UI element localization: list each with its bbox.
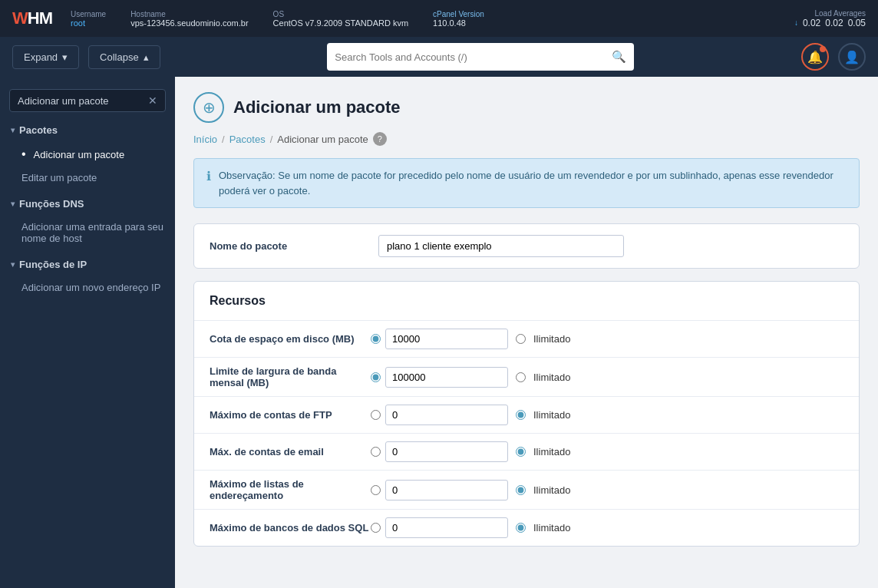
radio-specific-4 xyxy=(371,480,508,500)
resource-row: Limite de largura de banda mensal (MB) I… xyxy=(194,358,859,397)
os-value: CentOS v7.9.2009 STANDARD kvm xyxy=(273,18,408,28)
radio-unlimited-input-1[interactable] xyxy=(516,372,526,382)
pacotes-section-label: Pacotes xyxy=(19,124,58,136)
breadcrumb: Início / Pacotes / Adicionar um pacote ? xyxy=(193,132,860,146)
radio-specific-input-2[interactable] xyxy=(371,410,381,420)
radio-specific-1 xyxy=(371,367,508,388)
resource-controls-3: Ilimitado xyxy=(371,441,570,462)
unlimited-label-4: Ilimitado xyxy=(533,484,570,496)
search-container: 🔍 xyxy=(170,43,792,71)
resource-label-5: Máximo de bancos de dados SQL xyxy=(210,522,371,533)
resource-row: Máximo de contas de FTP Ilimitado xyxy=(194,397,859,434)
resource-label-2: Máximo de contas de FTP xyxy=(210,409,371,421)
pacotes-chevron-icon: ▾ xyxy=(11,126,15,134)
sidebar-item-add-dns-entry[interactable]: Adicionar uma entrada para seu nome de h… xyxy=(0,216,175,249)
resource-label-0: Cota de espaço em disco (MB) xyxy=(210,333,371,345)
resource-row: Cota de espaço em disco (MB) Ilimitado xyxy=(194,321,859,358)
collapse-button[interactable]: Collapse ▴ xyxy=(88,45,160,69)
topbar-info: Username root Hostname vps-123456.seudom… xyxy=(71,10,794,28)
user-menu-button[interactable]: 👤 xyxy=(838,43,866,71)
dns-section-label: Funções DNS xyxy=(19,198,84,210)
sidebar-item-adicionar-pacote[interactable]: Adicionar um pacote xyxy=(0,142,175,167)
resource-value-input-2[interactable] xyxy=(385,405,508,425)
sidebar-item-add-ip[interactable]: Adicionar um novo endereço IP xyxy=(0,276,175,299)
resource-label-1: Limite de largura de banda mensal (MB) xyxy=(210,365,371,388)
page-header-icon: ⊕ xyxy=(193,92,224,123)
sidebar-section-pacotes-header[interactable]: ▾ Pacotes xyxy=(0,118,175,142)
radio-specific-2 xyxy=(371,405,508,425)
username-value: root xyxy=(71,18,106,28)
resource-value-input-3[interactable] xyxy=(385,441,508,462)
radio-unlimited-1: Ilimitado xyxy=(516,372,570,383)
resource-controls-4: Ilimitado xyxy=(371,480,570,500)
search-icon-button[interactable]: 🔍 xyxy=(612,50,626,64)
resource-controls-0: Ilimitado xyxy=(371,329,570,349)
breadcrumb-pacotes[interactable]: Pacotes xyxy=(229,134,266,145)
resource-value-input-5[interactable] xyxy=(385,517,508,538)
sidebar: ✕ ▾ Pacotes Adicionar um pacote Editar u… xyxy=(0,77,175,588)
ip-section-label: Funções de IP xyxy=(19,259,87,270)
cpanel-label: cPanel Version xyxy=(433,10,484,18)
topbar-right: Load Averages ↓ 0.02 0.02 0.05 xyxy=(794,9,866,28)
expand-button[interactable]: Expand ▾ xyxy=(12,45,79,69)
radio-unlimited-input-5[interactable] xyxy=(516,523,526,533)
package-name-input[interactable] xyxy=(378,235,624,257)
resource-label-3: Máx. de contas de email xyxy=(210,446,371,458)
package-name-label: Nome do pacote xyxy=(210,240,378,252)
os-info: OS CentOS v7.9.2009 STANDARD kvm xyxy=(273,10,408,28)
cpanel-info: cPanel Version 110.0.48 xyxy=(433,10,484,28)
resources-card: Recursos Cota de espaço em disco (MB) Il… xyxy=(193,281,860,547)
breadcrumb-sep-2: / xyxy=(270,134,273,145)
dns-chevron-icon: ▾ xyxy=(11,200,15,208)
radio-specific-input-0[interactable] xyxy=(371,334,381,344)
username-info: Username root xyxy=(71,10,106,28)
search-input[interactable] xyxy=(335,51,606,63)
radio-unlimited-3: Ilimitado xyxy=(516,446,570,458)
resource-row: Máximo de listas de endereçamento Ilimit… xyxy=(194,471,859,510)
load-values: ↓ 0.02 0.02 0.05 xyxy=(794,18,866,28)
radio-specific-input-5[interactable] xyxy=(371,523,381,533)
sidebar-item-label: Editar um pacote xyxy=(21,172,97,183)
radio-specific-input-4[interactable] xyxy=(371,485,381,495)
resource-rows-container: Cota de espaço em disco (MB) Ilimitado L… xyxy=(194,321,859,546)
radio-unlimited-input-0[interactable] xyxy=(516,334,526,344)
collapse-chevron-icon: ▴ xyxy=(144,51,149,63)
resource-label-4: Máximo de listas de endereçamento xyxy=(210,478,371,501)
resource-value-input-0[interactable] xyxy=(385,329,508,349)
radio-specific-0 xyxy=(371,329,508,349)
radio-specific-input-1[interactable] xyxy=(371,372,381,382)
resource-controls-2: Ilimitado xyxy=(371,405,570,425)
sidebar-search-input[interactable] xyxy=(18,95,148,107)
ip-chevron-icon: ▾ xyxy=(11,260,15,269)
search-box: 🔍 xyxy=(327,43,634,71)
sidebar-item-label: Adicionar uma entrada para seu nome de h… xyxy=(21,221,164,244)
radio-specific-input-3[interactable] xyxy=(371,447,381,457)
resource-value-input-1[interactable] xyxy=(385,367,508,388)
help-icon[interactable]: ? xyxy=(373,132,387,146)
sidebar-section-dns: ▾ Funções DNS Adicionar uma entrada para… xyxy=(0,192,175,249)
load-averages: Load Averages ↓ 0.02 0.02 0.05 xyxy=(794,9,866,28)
notice-box: ℹ Observação: Se um nome de pacote for p… xyxy=(193,158,860,208)
hostname-value: vps-123456.seudominio.com.br xyxy=(130,18,248,28)
radio-unlimited-0: Ilimitado xyxy=(516,333,570,345)
page-title: Adicionar um pacote xyxy=(233,97,401,117)
resource-controls-5: Ilimitado xyxy=(371,517,570,538)
notice-text: Observação: Se um nome de pacote for pre… xyxy=(219,168,847,198)
radio-unlimited-input-3[interactable] xyxy=(516,447,526,457)
expand-label: Expand xyxy=(24,51,58,63)
breadcrumb-inicio[interactable]: Início xyxy=(193,134,217,145)
sidebar-item-editar-pacote[interactable]: Editar um pacote xyxy=(0,167,175,189)
sidebar-section-dns-header[interactable]: ▾ Funções DNS xyxy=(0,192,175,216)
breadcrumb-current: Adicionar um pacote xyxy=(277,134,368,145)
resource-value-input-4[interactable] xyxy=(385,480,508,500)
radio-unlimited-input-4[interactable] xyxy=(516,485,526,495)
resources-title: Recursos xyxy=(194,282,859,321)
sidebar-search-box: ✕ xyxy=(9,89,166,112)
main-layout: ✕ ▾ Pacotes Adicionar um pacote Editar u… xyxy=(0,77,878,588)
notifications-button[interactable]: 🔔 xyxy=(801,43,829,71)
sidebar-section-ip-header[interactable]: ▾ Funções de IP xyxy=(0,253,175,276)
cpanel-value: 110.0.48 xyxy=(433,18,484,28)
radio-unlimited-input-2[interactable] xyxy=(516,410,526,420)
package-name-row: Nome do pacote xyxy=(194,224,859,268)
sidebar-search-clear-button[interactable]: ✕ xyxy=(148,94,157,107)
